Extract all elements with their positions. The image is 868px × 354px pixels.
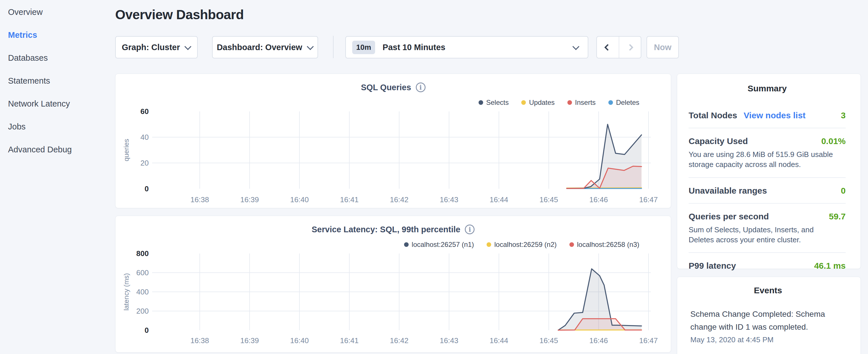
summary-label: Unavailable ranges: [689, 186, 767, 196]
svg-text:16:47: 16:47: [639, 336, 658, 345]
svg-text:16:39: 16:39: [240, 195, 259, 204]
svg-text:600: 600: [136, 268, 149, 277]
summary-subtext: Sum of Selects, Updates, Inserts, and De…: [689, 225, 838, 245]
summary-row-total-nodes: Total Nodes View nodes list 3: [689, 110, 846, 128]
svg-text:40: 40: [141, 133, 149, 141]
svg-text:16:45: 16:45: [539, 336, 558, 345]
graph-dropdown-label: Graph: Cluster: [122, 43, 180, 52]
svg-text:latency (ms): latency (ms): [122, 273, 130, 311]
service-latency-chart[interactable]: 16:3816:3916:4016:4116:4216:4316:4416:45…: [116, 216, 672, 353]
svg-text:16:44: 16:44: [490, 336, 508, 345]
sidebar-item-databases[interactable]: Databases: [8, 53, 112, 62]
summary-title: Summary: [689, 84, 846, 93]
svg-text:400: 400: [136, 288, 149, 296]
time-prev-button[interactable]: [597, 37, 619, 58]
sql-queries-chart[interactable]: 16:3816:3916:4016:4116:4216:4316:4416:45…: [116, 74, 672, 208]
svg-text:16:38: 16:38: [190, 336, 209, 345]
summary-row-unavailable-ranges: Unavailable ranges 0: [689, 186, 846, 204]
summary-label: Queries per second: [689, 212, 769, 221]
sidebar-item-metrics[interactable]: Metrics: [8, 30, 112, 39]
svg-text:16:40: 16:40: [290, 195, 309, 204]
svg-text:0: 0: [145, 185, 149, 193]
event-item[interactable]: Schema Change Completed: Schema change w…: [690, 308, 846, 344]
svg-text:200: 200: [136, 307, 149, 315]
svg-text:20: 20: [141, 159, 149, 167]
time-range-selector[interactable]: 10m Past 10 Minutes: [345, 36, 588, 58]
svg-text:16:46: 16:46: [589, 336, 608, 345]
chevron-down-icon: [307, 43, 313, 50]
summary-value: 0.01%: [821, 136, 846, 146]
summary-subtext: You are using 28.6 MiB of 515.9 GiB usab…: [689, 150, 838, 170]
svg-text:16:46: 16:46: [589, 195, 608, 204]
chevron-right-icon: [626, 44, 633, 51]
event-timestamp: May 13, 2020 at 4:45 PM: [690, 335, 846, 344]
summary-row-p99-latency: P99 latency 46.1 ms: [689, 261, 846, 278]
svg-text:16:40: 16:40: [290, 336, 309, 345]
summary-row-capacity-used: Capacity Used 0.01% You are using 28.6 M…: [689, 136, 846, 178]
service-latency-chart-card: Service Latency: SQL, 99th percentile i …: [115, 216, 671, 353]
summary-value: 3: [841, 110, 846, 120]
page-title: Overview Dashboard: [115, 7, 244, 22]
svg-text:16:41: 16:41: [340, 195, 359, 204]
svg-text:16:47: 16:47: [639, 195, 658, 204]
svg-text:16:41: 16:41: [340, 336, 359, 345]
sidebar-item-jobs[interactable]: Jobs: [8, 122, 112, 131]
events-title: Events: [690, 286, 846, 295]
dashboard-dropdown[interactable]: Dashboard: Overview: [212, 36, 318, 58]
time-range-badge: 10m: [352, 41, 375, 54]
summary-label: Capacity Used: [689, 136, 748, 146]
svg-text:16:42: 16:42: [390, 336, 408, 345]
sidebar-item-network-latency[interactable]: Network Latency: [8, 99, 112, 108]
summary-value: 46.1 ms: [814, 261, 846, 271]
svg-text:16:38: 16:38: [190, 195, 209, 204]
svg-text:800: 800: [136, 249, 149, 258]
svg-text:16:45: 16:45: [539, 195, 558, 204]
summary-label: P99 latency: [689, 261, 736, 271]
sidebar: Overview Metrics Databases Statements Ne…: [0, 0, 112, 354]
summary-value: 59.7: [829, 212, 846, 221]
summary-label: Total Nodes: [689, 110, 737, 120]
controls-divider: [333, 36, 334, 58]
sql-queries-chart-card: SQL Queries i SelectsUpdatesInsertsDelet…: [115, 74, 671, 208]
svg-text:0: 0: [145, 326, 149, 334]
sidebar-item-overview[interactable]: Overview: [8, 7, 112, 17]
svg-text:16:39: 16:39: [240, 336, 259, 345]
view-nodes-list-link[interactable]: View nodes list: [744, 110, 806, 120]
sidebar-item-statements[interactable]: Statements: [8, 76, 112, 85]
event-text: Schema Change Completed: Schema change w…: [690, 308, 828, 334]
sidebar-item-advanced-debug[interactable]: Advanced Debug: [8, 145, 112, 154]
svg-text:16:44: 16:44: [490, 195, 508, 204]
summary-value: 0: [841, 186, 846, 196]
events-panel: Events Schema Change Completed: Schema c…: [677, 277, 861, 354]
dashboard-dropdown-label: Dashboard: Overview: [217, 43, 302, 52]
svg-text:16:43: 16:43: [440, 336, 458, 345]
time-next-button[interactable]: [619, 37, 641, 58]
now-button[interactable]: Now: [647, 36, 679, 58]
summary-row-queries-per-second: Queries per second 59.7 Sum of Selects, …: [689, 212, 846, 253]
svg-text:queries: queries: [122, 139, 130, 162]
chevron-down-icon: [185, 43, 191, 50]
chevron-left-icon: [604, 44, 611, 51]
summary-panel: Summary Total Nodes View nodes list 3 Ca…: [677, 74, 861, 269]
time-range-label: Past 10 Minutes: [382, 43, 574, 52]
svg-text:60: 60: [141, 107, 149, 116]
svg-text:16:43: 16:43: [440, 195, 458, 204]
svg-text:16:42: 16:42: [390, 195, 408, 204]
graph-dropdown[interactable]: Graph: Cluster: [115, 36, 198, 58]
time-nav-group: [596, 36, 641, 58]
